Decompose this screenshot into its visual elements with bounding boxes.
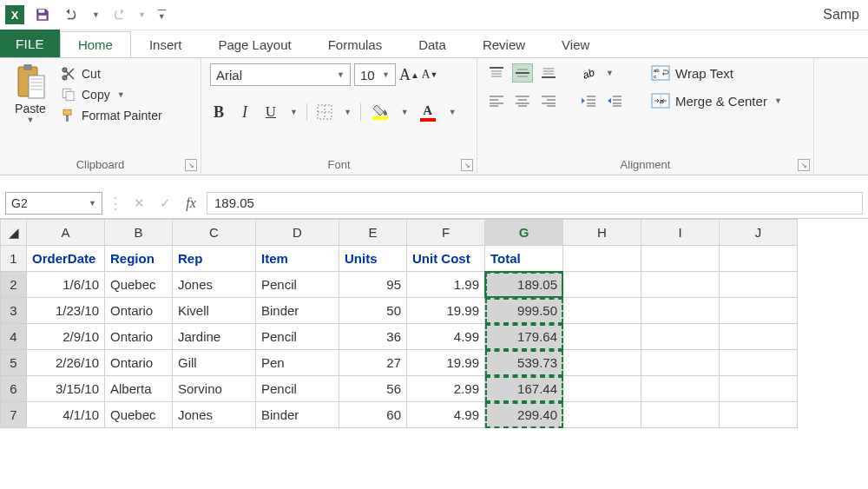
cell[interactable]: OrderDate bbox=[27, 246, 105, 272]
cell[interactable]: 1/23/10 bbox=[27, 298, 105, 324]
cell[interactable]: Total bbox=[485, 246, 563, 272]
cell[interactable] bbox=[563, 324, 641, 350]
align-middle-button[interactable] bbox=[512, 63, 533, 83]
cell[interactable]: Quebec bbox=[105, 402, 173, 428]
tab-formulas[interactable]: Formulas bbox=[310, 31, 401, 57]
cell[interactable] bbox=[563, 272, 641, 298]
cell[interactable]: 999.50 bbox=[485, 298, 563, 324]
cell[interactable]: 19.99 bbox=[407, 298, 485, 324]
cell[interactable]: Ontario bbox=[105, 350, 173, 376]
cell[interactable]: Ontario bbox=[105, 298, 173, 324]
cell[interactable]: Jones bbox=[173, 402, 256, 428]
enter-formula-button[interactable]: ✓ bbox=[155, 193, 175, 214]
fill-color-button[interactable] bbox=[370, 102, 391, 122]
cell[interactable] bbox=[641, 298, 720, 324]
cell[interactable] bbox=[641, 376, 720, 402]
tab-home[interactable]: Home bbox=[60, 31, 131, 57]
align-left-button[interactable] bbox=[486, 91, 507, 110]
cell-G2-active[interactable]: 189.05 bbox=[485, 272, 563, 298]
cut-button[interactable]: Cut bbox=[59, 65, 164, 83]
cell[interactable]: Pencil bbox=[256, 324, 339, 350]
align-right-button[interactable] bbox=[538, 91, 559, 110]
cell[interactable]: Jones bbox=[173, 272, 256, 298]
cell[interactable]: 179.64 bbox=[485, 324, 563, 350]
paste-button[interactable]: Paste ▼ bbox=[9, 63, 52, 124]
cell[interactable]: 4.99 bbox=[407, 324, 485, 350]
col-header-E[interactable]: E bbox=[339, 220, 407, 246]
cell[interactable]: 56 bbox=[339, 376, 407, 402]
cell[interactable] bbox=[641, 324, 720, 350]
tab-view[interactable]: View bbox=[543, 31, 608, 57]
cell[interactable]: 4.99 bbox=[407, 402, 485, 428]
underline-button[interactable]: U bbox=[262, 102, 279, 122]
cell[interactable] bbox=[641, 402, 720, 428]
font-color-caret-icon[interactable]: ▼ bbox=[449, 108, 457, 116]
cell[interactable]: 60 bbox=[339, 402, 407, 428]
copy-button[interactable]: Copy ▼ bbox=[59, 86, 164, 103]
cell[interactable] bbox=[720, 298, 798, 324]
bold-button[interactable]: B bbox=[210, 102, 227, 122]
orientation-caret-icon[interactable]: ▼ bbox=[606, 69, 614, 77]
decrease-indent-button[interactable] bbox=[578, 91, 599, 110]
cell[interactable]: Item bbox=[256, 246, 339, 272]
cell[interactable]: Unit Cost bbox=[407, 246, 485, 272]
row-header-7[interactable]: 7 bbox=[1, 402, 27, 428]
row-header-3[interactable]: 3 bbox=[1, 298, 27, 324]
cell[interactable]: 2/9/10 bbox=[27, 324, 105, 350]
merge-caret-icon[interactable]: ▼ bbox=[774, 96, 782, 105]
clipboard-launcher[interactable]: ↘ bbox=[185, 159, 197, 171]
borders-caret-icon[interactable]: ▼ bbox=[344, 108, 352, 116]
underline-caret-icon[interactable]: ▼ bbox=[290, 108, 298, 116]
tab-page-layout[interactable]: Page Layout bbox=[200, 31, 309, 57]
col-header-H[interactable]: H bbox=[563, 220, 641, 246]
row-header-4[interactable]: 4 bbox=[1, 324, 27, 350]
name-box[interactable]: G2 ▼ bbox=[5, 192, 102, 215]
cell[interactable]: 2.99 bbox=[407, 376, 485, 402]
copy-caret-icon[interactable]: ▼ bbox=[117, 90, 125, 99]
font-color-button[interactable]: A bbox=[418, 102, 438, 122]
cell[interactable] bbox=[563, 402, 641, 428]
font-name-selector[interactable]: Arial ▼ bbox=[210, 63, 351, 86]
cell[interactable]: Sorvino bbox=[173, 376, 256, 402]
cell[interactable]: Gill bbox=[173, 350, 256, 376]
tab-data[interactable]: Data bbox=[400, 31, 464, 57]
cell[interactable] bbox=[641, 272, 720, 298]
cell[interactable] bbox=[563, 376, 641, 402]
redo-caret-icon[interactable]: ▼ bbox=[138, 10, 146, 19]
borders-button[interactable] bbox=[316, 102, 333, 122]
wrap-text-button[interactable]: abc Wrap Text bbox=[648, 63, 786, 83]
fill-caret-icon[interactable]: ▼ bbox=[401, 108, 409, 116]
tab-insert[interactable]: Insert bbox=[131, 31, 201, 57]
cell[interactable] bbox=[563, 298, 641, 324]
cell[interactable]: 299.40 bbox=[485, 402, 563, 428]
cell[interactable]: Kivell bbox=[173, 298, 256, 324]
cell[interactable]: 27 bbox=[339, 350, 407, 376]
cell[interactable]: 19.99 bbox=[407, 350, 485, 376]
font-launcher[interactable]: ↘ bbox=[461, 159, 473, 171]
cell[interactable]: Units bbox=[339, 246, 407, 272]
spreadsheet-grid[interactable]: ◢ A B C D E F G H I J 1 OrderDate Region… bbox=[0, 219, 868, 428]
cell[interactable]: Pencil bbox=[256, 272, 339, 298]
cell[interactable]: Pen bbox=[256, 350, 339, 376]
col-header-G[interactable]: G bbox=[485, 220, 563, 246]
cell[interactable] bbox=[720, 324, 798, 350]
cell[interactable]: Jardine bbox=[173, 324, 256, 350]
cell[interactable] bbox=[641, 246, 720, 272]
font-size-selector[interactable]: 10 ▼ bbox=[354, 63, 396, 86]
file-tab[interactable]: FILE bbox=[0, 30, 60, 57]
cell[interactable]: Rep bbox=[173, 246, 256, 272]
cell[interactable]: Region bbox=[105, 246, 173, 272]
orientation-button[interactable]: ab bbox=[578, 63, 599, 83]
alignment-launcher[interactable]: ↘ bbox=[798, 159, 810, 171]
italic-button[interactable]: I bbox=[236, 102, 253, 122]
insert-function-button[interactable]: fx bbox=[181, 193, 201, 214]
cell[interactable]: Binder bbox=[256, 402, 339, 428]
cell[interactable] bbox=[720, 272, 798, 298]
col-header-B[interactable]: B bbox=[105, 220, 173, 246]
cell[interactable]: 3/15/10 bbox=[27, 376, 105, 402]
formula-input[interactable]: 189.05 bbox=[207, 192, 863, 215]
col-header-F[interactable]: F bbox=[407, 220, 485, 246]
cell[interactable]: Quebec bbox=[105, 272, 173, 298]
cell[interactable]: Binder bbox=[256, 298, 339, 324]
save-button[interactable] bbox=[31, 3, 54, 26]
